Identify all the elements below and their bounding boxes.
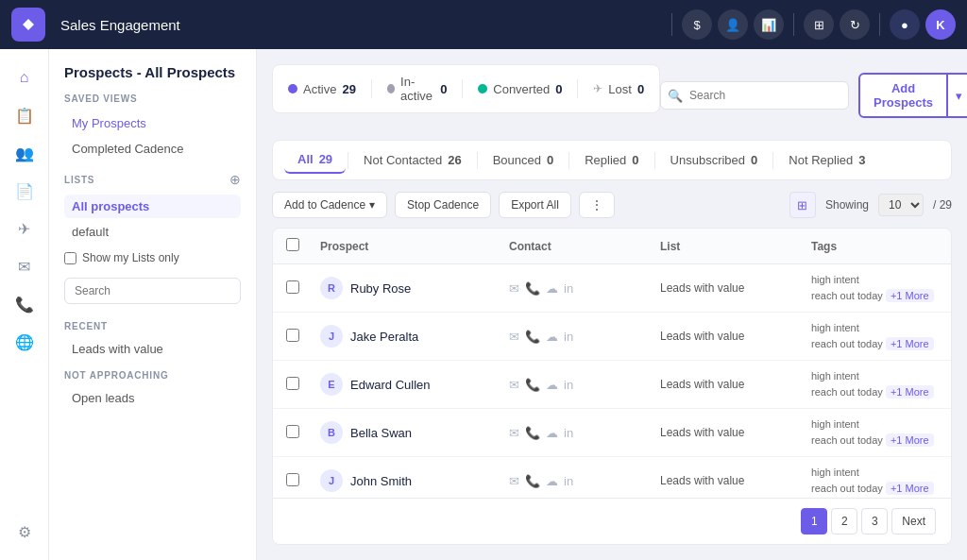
tab-not-replied[interactable]: Not Replied 3 [775,147,878,173]
icon-mail[interactable]: ✉ [8,249,42,283]
refresh-icon-btn[interactable]: ↻ [840,9,870,40]
add-prospects-button[interactable]: Add Prospects [858,73,948,118]
prospect-name-text-3[interactable]: Bella Swan [350,426,412,440]
page-1-btn[interactable]: 1 [801,508,827,535]
cloud-icon-1[interactable]: ☁ [546,330,558,344]
cloud-icon-4[interactable]: ☁ [546,474,558,488]
icon-send[interactable]: ✈ [8,212,42,246]
inactive-dot [387,84,395,93]
avatar-circle-btn[interactable]: ● [890,9,920,40]
add-list-icon[interactable]: ⊕ [229,172,241,187]
sidebar-default[interactable]: default [64,220,241,244]
tab-unsubscribed[interactable]: Unsubscribed 0 [657,147,772,173]
sidebar-all-prospects[interactable]: All prospects [64,195,241,218]
linkedin-icon-1[interactable]: in [564,330,573,344]
contact-icons-0: ✉ 📞 ☁ in [509,281,660,296]
tag-more-2[interactable]: +1 More [886,385,934,399]
sidebar-search-input[interactable] [64,278,241,304]
tag-1-2: high intent [811,370,951,382]
icon-home[interactable]: ⌂ [8,60,42,94]
prospect-name-text-0[interactable]: Ruby Rose [350,281,411,296]
tab-bounced[interactable]: Bounced 0 [480,147,568,173]
sidebar-leads-with-value[interactable]: Leads with value [64,337,241,361]
more-options-button[interactable]: ⋮ [579,192,615,218]
tab-all[interactable]: All 29 [284,146,346,174]
grid-view-btn[interactable]: ⊞ [789,192,816,218]
phone-icon-0[interactable]: 📞 [525,281,540,296]
icon-phone[interactable]: 📞 [8,287,42,321]
showing-label: Showing [825,198,869,212]
sidebar-item-completed-cadence[interactable]: Completed Cadence [64,137,241,161]
phone-icon-1[interactable]: 📞 [525,330,540,344]
icon-globe[interactable]: 🌐 [8,325,42,359]
user-icon-btn[interactable]: 👤 [718,9,748,40]
icon-docs[interactable]: 📄 [8,174,42,208]
email-icon-0[interactable]: ✉ [509,281,519,296]
phone-icon-4[interactable]: 📞 [525,474,540,488]
tab-all-count: 29 [319,152,332,166]
table-row: E Edward Cullen ✉ 📞 ☁ in Leads with valu… [273,361,951,409]
tabs-row: All 29 Not Contacted 26 Bounced 0 Replie… [272,140,952,180]
row-checkbox-0[interactable] [286,280,320,297]
cloud-icon-0[interactable]: ☁ [546,281,558,296]
next-page-btn[interactable]: Next [891,508,936,535]
cloud-icon-2[interactable]: ☁ [546,378,558,392]
phone-icon-2[interactable]: 📞 [525,378,540,392]
stat-inactive: In-active 0 [387,75,448,103]
tab-replied[interactable]: Replied 0 [571,147,652,173]
icon-contacts[interactable]: 📋 [8,98,42,132]
row-checkbox-1[interactable] [286,329,320,345]
page-3-btn[interactable]: 3 [861,508,888,535]
email-icon-1[interactable]: ✉ [509,330,519,344]
toolbar-left: Add to Cadence ▾ Stop Cadence Export All… [272,192,615,218]
tab-not-contacted[interactable]: Not Contacted 26 [350,147,475,173]
chart-icon-btn[interactable]: 📊 [754,9,784,40]
prospect-name-text-2[interactable]: Edward Cullen [350,378,431,392]
active-dot [288,84,297,93]
tag-more-0[interactable]: +1 More [886,289,934,302]
col-list: List [660,240,811,253]
sidebar-item-my-prospects[interactable]: My Prospects [64,111,241,135]
tag-more-4[interactable]: +1 More [886,482,934,495]
row-checkbox-2[interactable] [286,377,320,393]
tab-replied-label: Replied [585,153,626,167]
show-my-lists-checkbox[interactable] [64,252,76,264]
phone-icon-3[interactable]: 📞 [525,426,540,440]
table-row: B Bella Swan ✉ 📞 ☁ in Leads with value h… [273,409,951,457]
select-all-checkbox[interactable] [286,238,299,251]
icon-prospects[interactable]: 👥 [8,136,42,170]
add-to-cadence-button[interactable]: Add to Cadence ▾ [272,192,387,218]
avatar-k-btn[interactable]: K [925,9,956,40]
search-input[interactable] [660,81,849,110]
per-page-select[interactable]: 10 20 50 [878,194,924,216]
linkedin-icon-0[interactable]: in [564,281,573,296]
dollar-icon-btn[interactable]: $ [682,9,712,40]
add-prospects-dropdown[interactable]: ▾ [948,73,967,118]
tag-more-1[interactable]: +1 More [886,337,934,350]
row-checkbox-3[interactable] [286,425,320,441]
table-header: Prospect Contact List Tags Status [273,229,951,264]
prospect-name-text-1[interactable]: Jake Peralta [350,330,418,344]
email-icon-2[interactable]: ✉ [509,378,519,392]
export-all-button[interactable]: Export All [499,192,571,218]
grid-icon-btn[interactable]: ⊞ [804,9,834,40]
linkedin-icon-4[interactable]: in [564,474,573,488]
sidebar-open-leads[interactable]: Open leads [64,386,241,410]
stat-divider-1 [371,79,372,98]
row-checkbox-4[interactable] [286,473,320,489]
cloud-icon-3[interactable]: ☁ [546,426,558,440]
active-count: 29 [342,82,355,96]
icon-settings[interactable]: ⚙ [8,515,42,549]
page-2-btn[interactable]: 2 [831,508,857,535]
show-my-lists-toggle[interactable]: Show my Lists only [64,246,241,270]
add-to-cadence-chevron: ▾ [369,198,375,212]
tag-more-3[interactable]: +1 More [886,433,934,447]
app-logo[interactable] [11,8,45,42]
email-icon-4[interactable]: ✉ [509,474,519,488]
stop-cadence-button[interactable]: Stop Cadence [395,192,491,218]
lists-label: Lists [64,175,94,185]
prospect-name-text-4[interactable]: John Smith [350,474,412,488]
email-icon-3[interactable]: ✉ [509,426,519,440]
linkedin-icon-2[interactable]: in [564,378,573,392]
linkedin-icon-3[interactable]: in [564,426,573,440]
